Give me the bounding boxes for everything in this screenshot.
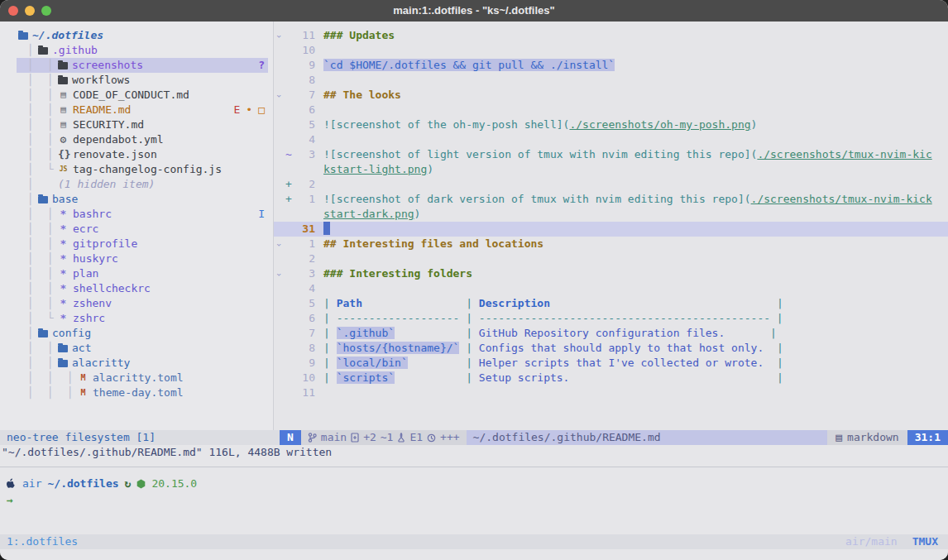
shell-pane[interactable]: air ~/.dotfiles ↻ 20.15.0 → — [0, 467, 948, 534]
token-pl — [408, 357, 466, 369]
tree-item-act[interactable]: ││act — [0, 341, 273, 356]
editor-pane: ›11### Updates109`cd $HOME/.dotfiles && … — [274, 22, 948, 430]
fold-column — [274, 58, 284, 73]
tree-item-alacritty.toml[interactable]: │││Malacritty.toml — [0, 371, 273, 385]
line-number: 10 — [294, 43, 315, 58]
tree-item-ecrc[interactable]: ││*ecrc — [0, 222, 273, 237]
tree-indent-guide: │ — [47, 207, 54, 222]
tree-indent-guide: │ — [47, 341, 54, 356]
git-sign-add: + — [284, 192, 294, 207]
hostname: air — [22, 476, 41, 491]
tree-item-readme.md[interactable]: ││▤README.mdE•□ — [0, 103, 273, 117]
token-cell: Configs that should apply to that host o… — [479, 342, 764, 354]
token-link: start-dark.png — [323, 208, 414, 220]
line-text — [315, 222, 948, 237]
editor-line[interactable]: 11 — [274, 385, 948, 400]
fold-column[interactable]: › — [274, 88, 284, 103]
git-sync-icon: ↻ — [125, 476, 132, 491]
fold-column — [274, 73, 284, 88]
editor-line[interactable]: 6| ------------------- | ---------------… — [274, 311, 948, 326]
tree-item-label: bashrc — [73, 207, 112, 222]
fold-column[interactable]: › — [274, 28, 284, 43]
file-tree: ~/.dotfiles│.github││screenshots?││workf… — [0, 22, 273, 430]
line-number: 3 — [294, 147, 315, 162]
editor-line[interactable]: 5| Path | Description | — [274, 296, 948, 311]
tree-item-zshrc[interactable]: │└*zshrc — [0, 311, 273, 326]
token-pl — [395, 371, 466, 384]
sign-column — [284, 222, 294, 237]
editor-line[interactable]: 4 — [274, 132, 948, 147]
editor-line[interactable]: start-dark.png) — [274, 207, 948, 222]
tree-item-plan[interactable]: ││*plan — [0, 266, 273, 281]
editor-buffer[interactable]: ›11### Updates109`cd $HOME/.dotfiles && … — [274, 22, 948, 430]
editor-line[interactable]: +1![screenshot of dark version of tmux w… — [274, 192, 948, 207]
tree-item--.dotfiles[interactable]: ~/.dotfiles — [0, 28, 273, 43]
tree-item-workflows[interactable]: ││workflows — [0, 73, 273, 88]
line-text: start-dark.png) — [315, 207, 948, 222]
tree-item-bashrc[interactable]: ││*bashrcI — [0, 207, 273, 222]
tree-item-renovate.json[interactable]: ││{}renovate.json — [0, 147, 273, 162]
editor-line[interactable]: 7| `.github` | GitHub Repository configu… — [274, 326, 948, 341]
tree-item-tag-changelog-config.js[interactable]: │└JStag-changelog-config.js — [0, 162, 273, 177]
tree-item-base[interactable]: │base — [0, 192, 273, 207]
editor-line[interactable]: 2 — [274, 251, 948, 266]
tmux-status-bar: 1:.dotfiles air/main TMUX — [0, 534, 948, 549]
tree-item-main: *plan — [58, 266, 98, 281]
tree-item-label: ecrc — [73, 222, 98, 237]
tmux-session-name: air/main — [845, 534, 898, 549]
tree-item-code-of-conduct.md[interactable]: ││▤CODE_OF_CONDUCT.md — [0, 88, 273, 103]
tree-item-screenshots[interactable]: ││screenshots? — [0, 58, 273, 73]
editor-line[interactable]: 10| `scripts` | Setup scripts. | — [274, 371, 948, 385]
editor-line[interactable]: 8 — [274, 73, 948, 88]
tree-item-zshenv[interactable]: ││*zshenv — [0, 296, 273, 311]
tmux-window-tab[interactable]: 1:.dotfiles — [7, 534, 78, 549]
tree-item-.github[interactable]: │.github — [0, 43, 273, 58]
editor-line[interactable]: 8| `hosts/{hostname}/` | Configs that sh… — [274, 341, 948, 356]
tree-indent-guide: │ — [27, 88, 34, 103]
editor-cursor-line[interactable]: 31 — [274, 222, 948, 237]
tree-item-shellcheckrc[interactable]: ││*shellcheckrc — [0, 281, 273, 296]
editor-line[interactable]: 9`cd $HOME/.dotfiles && git pull && ./in… — [274, 58, 948, 73]
asterisk-file-icon: * — [58, 222, 69, 237]
tmux-pane-separator[interactable] — [0, 460, 948, 467]
tree-item-theme-day.toml[interactable]: │││Mtheme-day.toml — [0, 385, 273, 400]
tree-indent-guide: │ — [27, 222, 34, 237]
tree-item-config[interactable]: │config — [0, 326, 273, 341]
token-code: `hosts/{hostname}/` — [337, 342, 460, 354]
editor-line[interactable]: ›3### Interesting folders — [274, 266, 948, 281]
tree-item-alacritty[interactable]: ││alacritty — [0, 356, 273, 371]
editor-line[interactable]: 6 — [274, 103, 948, 117]
tree-item-gitprofile[interactable]: ││*gitprofile — [0, 237, 273, 251]
editor-line[interactable]: ›7## The looks — [274, 88, 948, 103]
tree-indent-guide: │ — [27, 296, 34, 311]
fold-column[interactable]: › — [274, 266, 284, 281]
tree-item-security.md[interactable]: ││▤SECURITY.md — [0, 117, 273, 132]
tree-indent-guide: │ — [47, 73, 54, 88]
tree-item--1-hidden-item-[interactable]: │(1 hidden item) — [0, 177, 273, 192]
shell-input-line[interactable]: → — [7, 492, 948, 509]
tree-indent-guide: │ — [27, 371, 34, 385]
editor-line[interactable]: +2 — [274, 177, 948, 192]
tree-item-dependabot.yml[interactable]: ││⚙dependabot.yml — [0, 132, 273, 147]
fold-chevron-icon: › — [274, 34, 286, 40]
tree-item-huskyrc[interactable]: ││*huskyrc — [0, 251, 273, 266]
line-number: 1 — [294, 192, 315, 207]
fold-chevron-icon: › — [274, 93, 286, 99]
editor-line[interactable]: 9| `local/bin` | Helper scripts that I'v… — [274, 356, 948, 371]
fold-column — [274, 296, 284, 311]
tree-item-main: JStag-changelog-config.js — [58, 162, 222, 177]
fold-column[interactable]: › — [274, 237, 284, 251]
editor-line[interactable]: 4 — [274, 281, 948, 296]
editor-line[interactable]: ~3![screenshot of light version of tmux … — [274, 147, 948, 162]
tree-indent-guide: │ — [27, 281, 34, 296]
token-txt: ) — [427, 163, 433, 175]
editor-statusline: N main +2 ~1 E1 +++ ~/.dotfiles/.github/… — [280, 430, 948, 445]
tree-indent-guide: │ — [27, 385, 34, 400]
editor-line[interactable]: kstart-light.png) — [274, 162, 948, 177]
markdown-file-icon: ▤ — [58, 117, 69, 132]
editor-line[interactable]: ›11### Updates — [274, 28, 948, 43]
editor-line[interactable]: 10 — [274, 43, 948, 58]
editor-line[interactable]: 5![screenshot of the oh-my-posh shell](.… — [274, 117, 948, 132]
editor-line[interactable]: ›1## Interesting files and locations — [274, 237, 948, 251]
line-number: 2 — [294, 177, 315, 192]
